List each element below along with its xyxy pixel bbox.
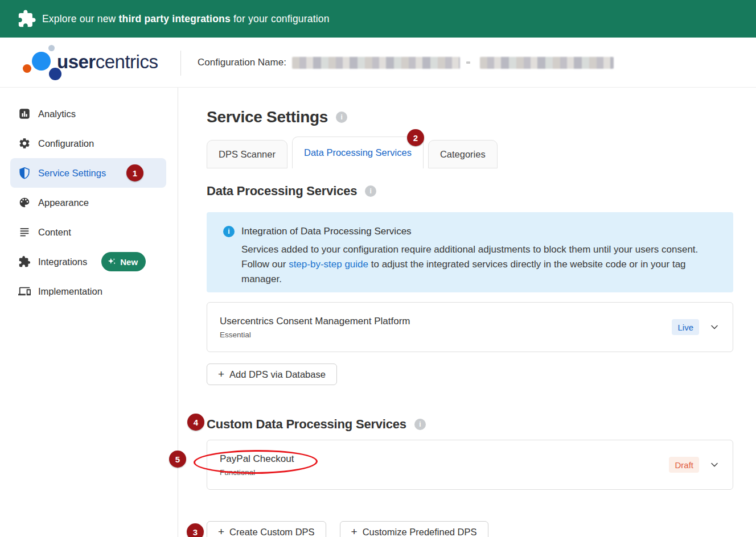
- info-icon[interactable]: [365, 185, 376, 197]
- step-by-step-guide-link[interactable]: step-by-step guide: [289, 259, 368, 270]
- configuration-name-label: Configuration Name:: [198, 57, 286, 68]
- sidebar-item-label: Analytics: [38, 109, 76, 119]
- create-custom-dps-button[interactable]: +Create Custom DPS: [207, 521, 326, 537]
- header: usercentrics Configuration Name:: [0, 38, 756, 88]
- dps-card-info: Usercentrics Consent Management Platform…: [220, 316, 672, 339]
- sidebar-item-configuration[interactable]: Configuration: [0, 129, 178, 158]
- sidebar-item-implementation[interactable]: Implementation: [0, 276, 178, 306]
- info-blue-icon: [223, 226, 235, 237]
- logo-text: usercentrics: [57, 51, 158, 73]
- devices-icon: [18, 285, 31, 298]
- annotation-badge-1: 1: [126, 164, 143, 181]
- sidebar-item-analytics[interactable]: Analytics: [0, 99, 178, 129]
- dps-card-info: PayPal Checkout Functional: [220, 453, 669, 477]
- header-divider: [180, 51, 181, 76]
- sidebar-item-service-settings[interactable]: Service Settings 1: [10, 158, 166, 188]
- tab-data-processing-services[interactable]: Data Processing Services 2: [292, 137, 424, 168]
- tab-bar: DPS Scanner Data Processing Services 2 C…: [207, 137, 733, 168]
- dps-section-heading: Data Processing Services: [207, 184, 357, 199]
- sidebar-item-label: Service Settings: [38, 168, 106, 179]
- annotation-badge-3: 3: [187, 523, 204, 537]
- sidebar-item-content[interactable]: Content: [0, 217, 178, 247]
- plus-icon: +: [218, 368, 224, 381]
- chevron-down-icon[interactable]: [710, 323, 719, 332]
- tab-categories[interactable]: Categories: [428, 140, 498, 168]
- add-dps-via-database-button[interactable]: +Add DPS via Database: [207, 363, 337, 385]
- logo-dot-gray: [48, 45, 55, 51]
- dps-card-usercentrics-cmp[interactable]: Usercentrics Consent Management Platform…: [207, 302, 733, 352]
- customize-predefined-dps-button[interactable]: +Customize Predefined DPS: [340, 521, 488, 537]
- palette-icon: [18, 196, 31, 209]
- dps-card-category: Functional: [220, 468, 669, 477]
- shield-icon: [18, 167, 31, 179]
- new-badge-label: New: [120, 257, 138, 267]
- new-badge: New: [101, 252, 146, 271]
- banner-text: Explore our new third party integrations…: [42, 13, 330, 25]
- sidebar-item-label: Integrations: [38, 257, 87, 267]
- dps-card-title: PayPal Checkout: [220, 453, 669, 465]
- usercentrics-logo[interactable]: usercentrics: [0, 38, 159, 88]
- logo-dot-orange: [23, 64, 31, 73]
- analytics-icon: [18, 108, 31, 120]
- data-controller-redacted: [480, 57, 614, 69]
- status-badge-draft: Draft: [669, 457, 699, 473]
- sidebar-item-label: Implementation: [38, 286, 102, 297]
- sidebar-item-label: Configuration: [38, 138, 94, 149]
- main-content: Service Settings DPS Scanner Data Proces…: [178, 88, 756, 537]
- promo-banner[interactable]: Explore our new third party integrations…: [0, 0, 756, 38]
- sidebar-item-appearance[interactable]: Appearance: [0, 188, 178, 217]
- page-title-row: Service Settings: [207, 106, 733, 129]
- banner-highlight: third party integrations: [119, 13, 231, 24]
- puzzle-icon: [18, 255, 31, 268]
- add-dps-row: +Add DPS via Database: [207, 363, 733, 385]
- sidebar-item-integrations[interactable]: Integrations New: [0, 247, 178, 276]
- custom-section-heading: Custom Data Processing Services: [207, 417, 406, 432]
- dps-card-title: Usercentrics Consent Management Platform: [220, 316, 672, 327]
- sparkles-icon: [107, 257, 117, 267]
- configuration-name-redacted: [292, 57, 460, 69]
- tab-dps-scanner[interactable]: DPS Scanner: [207, 140, 287, 168]
- puzzle-icon: [17, 9, 36, 28]
- configuration-name-separator: [466, 61, 470, 64]
- annotation-badge-4: 4: [187, 414, 204, 431]
- configuration-name-row: Configuration Name:: [198, 38, 614, 88]
- plus-icon: +: [218, 526, 224, 537]
- text-lines-icon: [18, 226, 31, 238]
- page-title: Service Settings: [207, 108, 328, 126]
- custom-dps-buttons-row: 3 +Create Custom DPS +Customize Predefin…: [207, 521, 733, 537]
- integration-info-box: Integration of Data Processing Services …: [207, 212, 733, 292]
- sidebar-item-label: Content: [38, 227, 71, 238]
- info-icon[interactable]: [414, 419, 426, 430]
- app-root: Explore our new third party integrations…: [0, 0, 756, 537]
- annotation-badge-2: 2: [407, 129, 424, 146]
- chevron-down-icon[interactable]: [710, 460, 719, 469]
- dps-card-paypal-checkout[interactable]: 5 PayPal Checkout Functional Draft: [207, 440, 733, 490]
- dps-section-heading-row: Data Processing Services: [207, 182, 733, 200]
- dps-card-category: Essential: [220, 331, 672, 339]
- logo-dot-blue: [32, 52, 51, 71]
- info-icon[interactable]: [336, 111, 347, 123]
- plus-icon: +: [351, 526, 358, 537]
- info-box-body: Services added to your configuration req…: [241, 242, 716, 287]
- annotation-badge-5: 5: [169, 451, 186, 468]
- gear-icon: [18, 137, 31, 150]
- sidebar-item-label: Appearance: [38, 197, 89, 208]
- info-box-title: Integration of Data Processing Services: [241, 226, 412, 237]
- status-badge-live: Live: [672, 319, 699, 335]
- sidebar: Analytics Configuration Service Settings: [0, 88, 178, 537]
- custom-section-heading-row: 4 Custom Data Processing Services: [207, 415, 733, 433]
